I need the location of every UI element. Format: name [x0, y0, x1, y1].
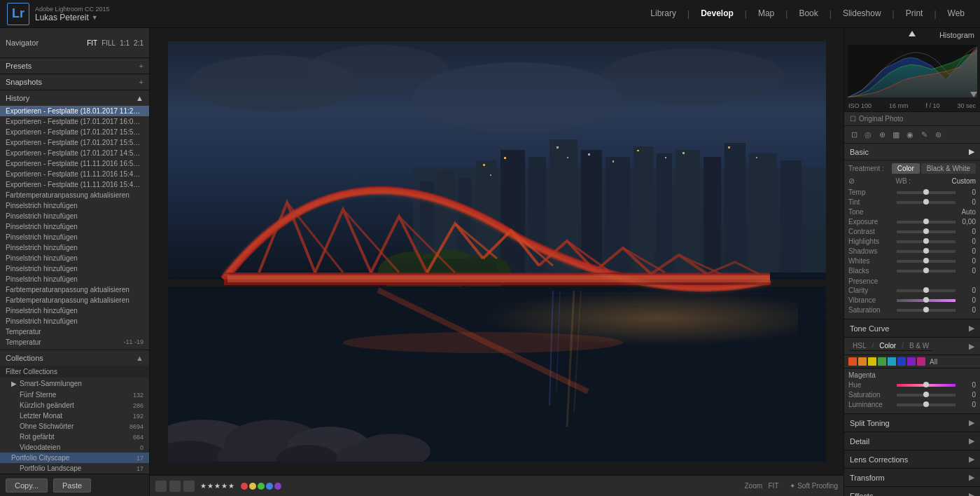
user-name[interactable]: Lukas Petereit ▼	[35, 13, 110, 22]
green-label[interactable]	[258, 483, 265, 490]
clipping-shadow-indicator[interactable]	[970, 92, 977, 97]
history-item[interactable]: Pinselstrich hinzufügen	[0, 253, 149, 263]
loupe-icon[interactable]	[169, 481, 181, 492]
hue-track[interactable]	[897, 384, 955, 387]
hue-thumb[interactable]	[923, 382, 929, 387]
nav-develop[interactable]: Develop	[692, 6, 742, 22]
transform-section[interactable]: Transform ▶	[844, 469, 980, 487]
swatch-magenta[interactable]	[917, 357, 925, 366]
whites-thumb[interactable]	[923, 258, 929, 263]
history-item[interactable]: Exportieren - Festplatte (11.11.2016 15:…	[0, 169, 149, 179]
tint-track[interactable]	[897, 201, 955, 204]
history-item[interactable]: Temperatur-11 -19	[0, 337, 149, 347]
history-item[interactable]: Exportieren - Festplatte (17.01.2017 15:…	[0, 127, 149, 137]
history-item[interactable]: Pinselstrich hinzufügen	[0, 211, 149, 221]
history-item[interactable]: Pinselstrich hinzufügen	[0, 242, 149, 253]
checkbox-icon[interactable]: ☐	[850, 115, 856, 123]
hsl-tab-hsl[interactable]: HSL	[850, 341, 869, 350]
history-header[interactable]: History ▲	[0, 90, 149, 106]
nav-web[interactable]: Web	[939, 6, 973, 22]
history-item[interactable]: Pinselstrich hinzufügen	[0, 232, 149, 242]
history-item[interactable]: Farbtemperaturanpassung aktualisieren	[0, 190, 149, 200]
vibrance-track[interactable]	[897, 299, 955, 302]
history-item[interactable]: Pinselstrich hinzufügen	[0, 200, 149, 211]
history-item[interactable]: Pinselstrich hinzufügen	[0, 263, 149, 274]
temp-track[interactable]	[897, 191, 955, 194]
collections-header[interactable]: Collections ▲	[0, 350, 149, 366]
lens-corrections-section[interactable]: Lens Corrections ▶	[844, 450, 980, 469]
history-item[interactable]: Pinselstrich hinzufügen	[0, 274, 149, 284]
collection-item[interactable]: Portfolio Cityscape17	[0, 453, 149, 463]
history-item[interactable]: Exportieren - Festplatte (11.11.2016 16:…	[0, 158, 149, 169]
hsl-header[interactable]: HSL / Color / B & W ▶	[844, 338, 980, 355]
saturation-track[interactable]	[897, 309, 955, 312]
collection-item[interactable]: Videodateien0	[0, 442, 149, 453]
grid-icon[interactable]	[155, 481, 167, 492]
nav-map[interactable]: Map	[750, 6, 783, 22]
effects-section[interactable]: Effects ▶	[844, 487, 980, 496]
history-item[interactable]: Exportieren - Festplatte (17.01.2017 14:…	[0, 148, 149, 158]
bw-treatment-btn[interactable]: Black & White	[921, 163, 976, 174]
history-item[interactable]: Exportieren - Festplatte (18.01.2017 11:…	[0, 106, 149, 116]
history-item[interactable]: Farbtemperaturanpassung aktualisieren	[0, 295, 149, 305]
snapshots-add-icon[interactable]: +	[139, 78, 144, 86]
sat-thumb[interactable]	[923, 392, 929, 397]
history-toggle[interactable]: ▲	[136, 94, 144, 102]
red-label[interactable]	[241, 483, 248, 490]
history-item[interactable]: Exportieren - Festplatte (17.01.2017 16:…	[0, 116, 149, 127]
contrast-track[interactable]	[897, 230, 955, 233]
tone-curve-section[interactable]: Tone Curve ▶	[844, 319, 980, 338]
swatch-green[interactable]	[878, 357, 886, 366]
paste-button[interactable]: Paste	[53, 478, 91, 492]
nav-2-1[interactable]: 2:1	[134, 39, 144, 47]
smart-collections-header[interactable]: ▶ Smart-Sammlungen	[0, 378, 149, 390]
history-item[interactable]: Exportieren - Festplatte (17.01.2017 15:…	[0, 137, 149, 148]
grad-filter-icon[interactable]: ▦	[890, 129, 902, 140]
nav-1-1[interactable]: 1:1	[120, 39, 130, 47]
collections-toggle[interactable]: ▲	[136, 354, 144, 362]
vibrance-thumb[interactable]	[923, 297, 929, 303]
collection-item[interactable]: Kürzlich geändert286	[0, 400, 149, 411]
all-colors-btn[interactable]: All	[930, 358, 937, 366]
auto-btn[interactable]: Auto	[961, 208, 976, 216]
nav-slideshow[interactable]: Slideshow	[834, 6, 890, 22]
collection-item[interactable]: Letzter Monat192	[0, 411, 149, 421]
nav-fill[interactable]: FILL	[102, 39, 115, 47]
swatch-blue[interactable]	[897, 357, 906, 366]
brush-icon[interactable]: ✎	[918, 129, 930, 140]
whites-track[interactable]	[897, 260, 955, 263]
wb-eyedropper[interactable]: ⊘	[848, 177, 855, 186]
exposure-track[interactable]	[897, 221, 955, 223]
collection-item[interactable]: Portfolio Landscape17	[0, 463, 149, 474]
collection-item[interactable]: Ohne Stichwörter8694	[0, 421, 149, 432]
exposure-thumb[interactable]	[923, 219, 929, 224]
collection-item[interactable]: Rot gefärbt664	[0, 432, 149, 442]
clarity-track[interactable]	[897, 289, 955, 292]
swatch-yellow[interactable]	[868, 357, 876, 366]
spot-removal-icon[interactable]: ◎	[862, 129, 874, 140]
hsl-tab-bw[interactable]: B & W	[906, 341, 932, 350]
nav-fit[interactable]: FIT	[87, 39, 97, 47]
radial-filter-icon[interactable]: ◉	[904, 129, 916, 140]
history-item[interactable]: Pinselstrich hinzufügen	[0, 316, 149, 326]
split-toning-section[interactable]: Split Toning ▶	[844, 414, 980, 432]
history-item[interactable]: Exportieren - Festplatte (11.11.2016 15:…	[0, 179, 149, 190]
blue-label[interactable]	[266, 483, 273, 490]
presets-add-icon[interactable]: +	[139, 62, 144, 70]
tint-thumb[interactable]	[923, 199, 929, 205]
history-item[interactable]: Pinselstrich hinzufügen	[0, 305, 149, 316]
contrast-thumb[interactable]	[923, 228, 929, 234]
blacks-track[interactable]	[897, 270, 955, 273]
history-item[interactable]: Temperatur	[0, 326, 149, 337]
history-item[interactable]: Pinselstrich hinzufügen	[0, 221, 149, 232]
swatch-aqua[interactable]	[888, 357, 896, 366]
clarity-thumb[interactable]	[923, 287, 929, 293]
history-item[interactable]: Farbtemperaturanpassung aktualisieren	[0, 284, 149, 295]
crop-icon[interactable]: ⊡	[848, 129, 860, 140]
copy-button[interactable]: Copy...	[6, 478, 48, 492]
nav-library[interactable]: Library	[642, 6, 685, 22]
rating-stars[interactable]: ★★★★★	[200, 482, 235, 490]
filter-collections[interactable]: Filter Collections	[0, 366, 149, 378]
highlights-thumb[interactable]	[923, 238, 929, 244]
basic-header[interactable]: Basic ▶	[844, 144, 980, 160]
